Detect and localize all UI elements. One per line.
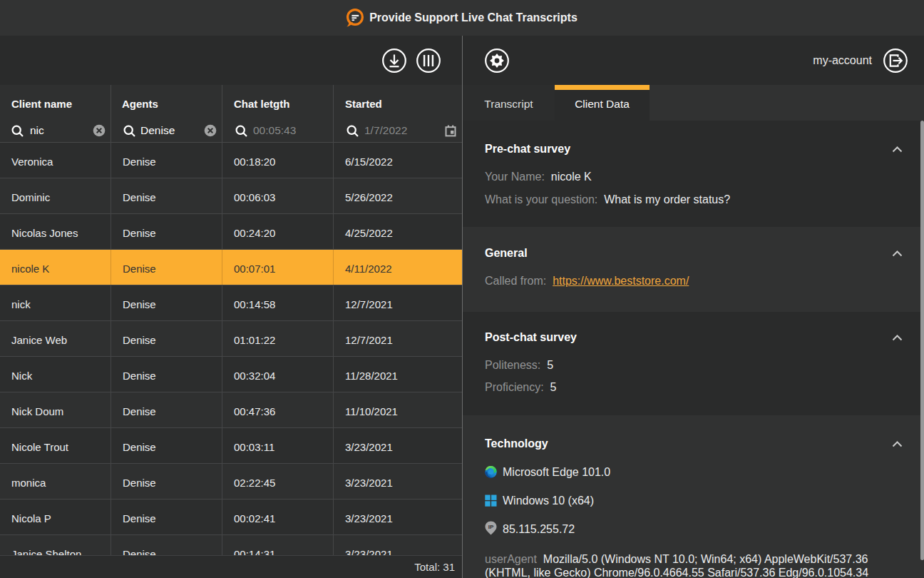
svg-text:IP: IP [488, 524, 494, 530]
